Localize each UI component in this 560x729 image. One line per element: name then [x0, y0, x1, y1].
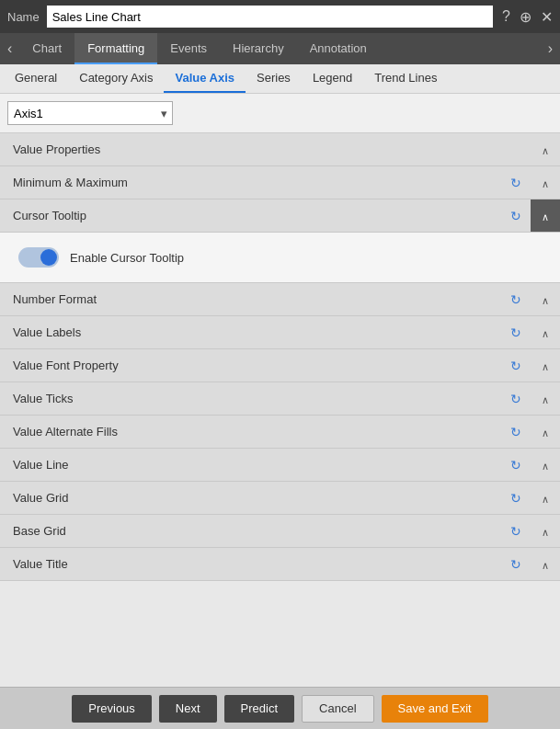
up-chevron-icon	[542, 176, 549, 190]
section-value-ticks: Value Ticks	[0, 382, 560, 416]
refresh-icon	[510, 425, 521, 439]
sub-tab-bar: General Category Axis Value Axis Series …	[0, 64, 560, 94]
value-labels-refresh-btn[interactable]	[501, 316, 531, 348]
cursor-tooltip-collapse-btn[interactable]	[531, 199, 560, 232]
section-value-properties: Value Properties	[0, 133, 560, 166]
tab-bar: ‹ Chart Formatting Events Hierarchy Anno…	[0, 33, 560, 64]
axis-dropdown-row: Axis1 Axis2	[0, 94, 560, 133]
up-chevron-icon	[542, 142, 549, 157]
value-line-refresh-btn[interactable]	[501, 449, 531, 481]
section-value-properties-icons	[531, 133, 560, 165]
subtab-category-axis[interactable]: Category Axis	[68, 64, 164, 93]
subtab-series[interactable]: Series	[246, 64, 302, 93]
section-number-format: Number Format	[0, 283, 560, 316]
previous-button[interactable]: Previous	[72, 695, 152, 723]
tab-formatting[interactable]: Formatting	[74, 33, 157, 64]
refresh-icon	[510, 392, 521, 406]
refresh-icon	[510, 491, 521, 506]
bottom-bar: Previous Next Predict Cancel Save and Ex…	[0, 687, 560, 729]
value-title-refresh-btn[interactable]	[501, 548, 531, 580]
up-chevron-icon	[542, 458, 549, 473]
enable-cursor-tooltip-row: Enable Cursor Tooltip	[18, 247, 542, 268]
value-ticks-refresh-btn[interactable]	[501, 382, 531, 415]
subtab-general[interactable]: General	[4, 64, 68, 93]
section-value-grid: Value Grid	[0, 482, 560, 515]
up-chevron-icon	[542, 491, 549, 506]
section-cursor-tooltip: Cursor Tooltip	[0, 199, 560, 233]
section-value-font-icons	[501, 349, 560, 382]
section-min-max-icons	[501, 166, 560, 199]
content-area: Value Properties Minimum & Maximum Curso…	[0, 133, 560, 687]
title-bar-icons: ? ⊕ ✕	[502, 8, 553, 26]
save-exit-button[interactable]: Save and Exit	[382, 695, 488, 723]
tab-prev-btn[interactable]: ‹	[0, 33, 19, 64]
up-chevron-icon	[542, 392, 549, 406]
chart-name-input[interactable]	[47, 6, 493, 28]
section-value-line: Value Line	[0, 449, 560, 482]
toggle-thumb	[40, 249, 57, 266]
value-ticks-collapse-btn[interactable]	[531, 382, 560, 415]
refresh-icon	[510, 359, 521, 373]
up-chevron-icon	[542, 524, 549, 539]
subtab-trend-lines[interactable]: Trend Lines	[363, 64, 448, 93]
toggle-track	[18, 247, 59, 268]
cancel-button[interactable]: Cancel	[302, 695, 373, 723]
refresh-icon	[510, 524, 521, 539]
subtab-value-axis[interactable]: Value Axis	[164, 64, 246, 93]
min-max-collapse-btn[interactable]	[531, 166, 560, 199]
close-icon[interactable]: ✕	[541, 8, 553, 26]
value-grid-refresh-btn[interactable]	[501, 482, 531, 514]
refresh-icon	[510, 292, 521, 307]
tab-annotation[interactable]: Annotation	[297, 33, 380, 64]
section-number-format-icons	[501, 283, 560, 315]
predict-button[interactable]: Predict	[224, 695, 294, 723]
base-grid-refresh-btn[interactable]	[501, 515, 531, 547]
section-value-font-property: Value Font Property	[0, 349, 560, 382]
enable-cursor-tooltip-toggle[interactable]	[18, 247, 59, 268]
section-cursor-tooltip-icons	[501, 199, 560, 232]
section-value-line-icons	[501, 449, 560, 481]
move-icon[interactable]: ⊕	[520, 8, 531, 26]
section-base-grid: Base Grid	[0, 515, 560, 548]
up-chevron-icon	[542, 359, 549, 373]
section-value-alternate-fills: Value Alternate Fills	[0, 416, 560, 449]
number-format-collapse-btn[interactable]	[531, 283, 560, 315]
tab-hierarchy[interactable]: Hierarchy	[220, 33, 297, 64]
section-value-title: Value Title	[0, 548, 560, 581]
value-grid-collapse-btn[interactable]	[531, 482, 560, 514]
value-title-collapse-btn[interactable]	[531, 548, 560, 580]
up-chevron-icon	[542, 209, 549, 223]
name-label: Name	[7, 10, 40, 24]
value-line-collapse-btn[interactable]	[531, 449, 560, 481]
section-value-ticks-icons	[501, 382, 560, 415]
value-alt-fills-collapse-btn[interactable]	[531, 416, 560, 448]
tab-events[interactable]: Events	[157, 33, 220, 64]
up-chevron-icon	[542, 425, 549, 439]
value-font-refresh-btn[interactable]	[501, 349, 531, 382]
next-button[interactable]: Next	[159, 695, 217, 723]
help-icon[interactable]: ?	[502, 8, 510, 25]
section-value-labels: Value Labels	[0, 316, 560, 349]
axis-select[interactable]: Axis1 Axis2	[7, 101, 173, 125]
subtab-legend[interactable]: Legend	[302, 64, 363, 93]
base-grid-collapse-btn[interactable]	[531, 515, 560, 547]
section-value-labels-icons	[501, 316, 560, 348]
value-labels-collapse-btn[interactable]	[531, 316, 560, 348]
tab-chart[interactable]: Chart	[19, 33, 74, 64]
section-value-title-icons	[501, 548, 560, 580]
refresh-icon	[510, 458, 521, 473]
up-chevron-icon	[542, 292, 549, 307]
tab-next-btn[interactable]: ›	[541, 33, 560, 64]
cursor-tooltip-refresh-btn[interactable]	[501, 199, 531, 232]
value-properties-collapse-btn[interactable]	[531, 133, 560, 165]
value-alt-fills-refresh-btn[interactable]	[501, 416, 531, 448]
title-bar: Name ? ⊕ ✕	[0, 0, 560, 33]
up-chevron-icon	[542, 325, 549, 340]
section-value-alt-fills-icons	[501, 416, 560, 448]
value-font-collapse-btn[interactable]	[531, 349, 560, 382]
section-value-grid-icons	[501, 482, 560, 514]
number-format-refresh-btn[interactable]	[501, 283, 531, 315]
refresh-icon	[510, 209, 521, 223]
min-max-refresh-btn[interactable]	[501, 166, 531, 199]
section-min-max: Minimum & Maximum	[0, 166, 560, 199]
